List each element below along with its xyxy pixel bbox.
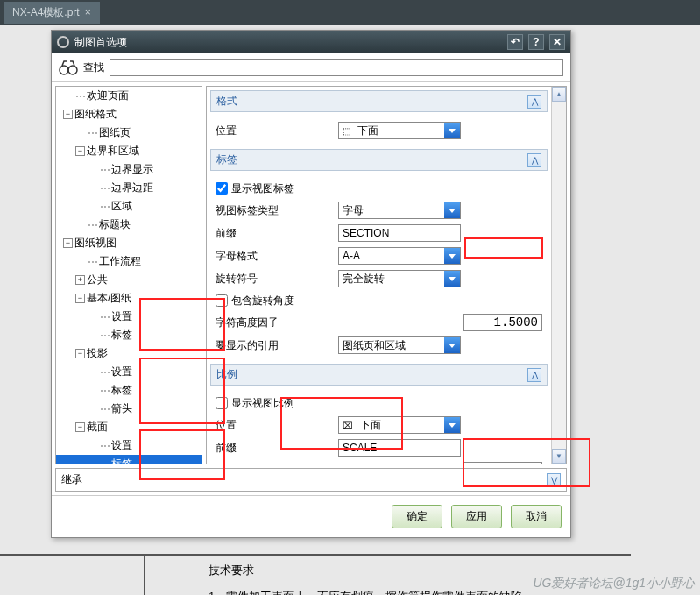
- apply-button[interactable]: 应用: [451, 505, 502, 528]
- scale-prefix-input[interactable]: [338, 439, 461, 457]
- cancel-button[interactable]: 取消: [511, 505, 562, 528]
- expand-icon[interactable]: ⋁: [547, 473, 561, 487]
- drawing-border: [0, 554, 631, 556]
- char-height-factor-label: 字符高度因子: [216, 315, 331, 330]
- preferences-dialog: 制图首选项 ↶ ? ✕ 查找 ⋯欢迎页面 −图纸格式 ⋯图纸页 −边界和区域 ⋯…: [51, 30, 571, 538]
- collapse-icon[interactable]: ⋀: [527, 95, 541, 109]
- search-label: 查找: [83, 60, 104, 75]
- tree-projection[interactable]: −投影: [56, 344, 202, 363]
- collapse-icon[interactable]: ⋀: [527, 368, 541, 382]
- show-view-label-checkbox[interactable]: [216, 182, 228, 195]
- svg-point-0: [60, 66, 68, 74]
- position-label: 位置: [216, 124, 331, 138]
- help-button[interactable]: ?: [528, 34, 544, 50]
- scale-section-header[interactable]: 比例 ⋀: [210, 364, 548, 386]
- view-label-type-label: 视图标签类型: [216, 203, 331, 218]
- watermark: UG爱好者论坛@1g1小小野心: [533, 576, 695, 591]
- undo-button[interactable]: ↶: [507, 34, 523, 50]
- scale-position-select[interactable]: ⌧下面: [338, 416, 461, 434]
- view-label-type-select[interactable]: 字母: [338, 202, 461, 219]
- tree-basic-label[interactable]: ⋯标签: [56, 326, 202, 344]
- include-rotate-angle-check[interactable]: 包含旋转角度: [216, 290, 542, 311]
- search-row: 查找: [52, 53, 570, 82]
- ref-to-show-label: 要显示的引用: [216, 338, 331, 353]
- tree-paper-view[interactable]: −图纸视图: [56, 234, 202, 252]
- tree-proj-arrow[interactable]: ⋯箭头: [56, 400, 202, 418]
- dialog-buttons: 确定 应用 取消: [52, 495, 570, 537]
- tree-border-display[interactable]: ⋯边界显示: [56, 160, 202, 179]
- rotate-symbol-select[interactable]: 完全旋转: [338, 270, 461, 287]
- scale-prefix-height-input[interactable]: [463, 462, 542, 464]
- format-section-header[interactable]: 格式 ⋀: [210, 90, 548, 112]
- scale-position-label: 位置: [216, 418, 331, 433]
- tree-workflow[interactable]: ⋯工作流程: [56, 252, 202, 271]
- tree-section[interactable]: −截面: [56, 418, 202, 436]
- char-height-factor-input[interactable]: [463, 314, 542, 331]
- tech-req-line1: 1、零件加工表面上，不应有划痕、擦伤等损伤零件表面的缺陷。: [209, 589, 534, 595]
- label-section-header[interactable]: 标签 ⋀: [210, 149, 548, 171]
- tree-proj-settings[interactable]: ⋯设置: [56, 363, 202, 381]
- tree-section-label[interactable]: ⋯标签: [56, 455, 202, 464]
- content-scrollbar[interactable]: ▲ ▼: [551, 87, 566, 464]
- show-view-scale-check[interactable]: 显示视图比例: [216, 393, 542, 414]
- tab-close-icon[interactable]: ×: [85, 6, 91, 18]
- letter-format-select[interactable]: A-A: [338, 247, 461, 265]
- prefix-input[interactable]: [338, 224, 461, 242]
- tree-welcome[interactable]: ⋯欢迎页面: [56, 87, 202, 105]
- tree-border-area[interactable]: −边界和区域: [56, 142, 202, 160]
- scroll-down-icon[interactable]: ▼: [552, 449, 566, 464]
- tree-common[interactable]: +公共: [56, 271, 202, 289]
- binoculars-icon: [59, 60, 78, 75]
- ok-button[interactable]: 确定: [392, 505, 442, 528]
- tree-proj-label[interactable]: ⋯标签: [56, 381, 202, 400]
- scale-prefix-height-label: 前缀字符高度因子: [216, 464, 331, 464]
- letter-format-label: 字母格式: [216, 249, 331, 264]
- scroll-up-icon[interactable]: ▲: [552, 87, 566, 102]
- show-view-scale-checkbox[interactable]: [216, 397, 228, 409]
- svg-point-1: [68, 66, 77, 74]
- drawing-border-v: [144, 554, 145, 595]
- tree-title-block[interactable]: ⋯标题块: [56, 216, 202, 234]
- tree-section-settings[interactable]: ⋯设置: [56, 436, 202, 455]
- include-rotate-angle-checkbox[interactable]: [216, 294, 228, 307]
- chevron-down-icon: [444, 417, 460, 433]
- tree-paper-format[interactable]: −图纸格式: [56, 105, 202, 124]
- inherit-section[interactable]: 继承 ⋁: [55, 468, 567, 492]
- chevron-down-icon: [444, 271, 460, 287]
- work-area: 技术要求 1、零件加工表面上，不应有划痕、擦伤等损伤零件表面的缺陷。 2、去除毛…: [0, 25, 700, 595]
- tree-paper-page[interactable]: ⋯图纸页: [56, 124, 202, 142]
- tab-bar: NX-A4模板.prt ×: [0, 0, 700, 25]
- chevron-down-icon: [444, 123, 460, 138]
- dialog-title-text: 制图首选项: [74, 35, 127, 50]
- show-view-label-check[interactable]: 显示视图标签: [216, 178, 542, 199]
- ref-to-show-select[interactable]: 图纸页和区域: [338, 336, 461, 354]
- chevron-down-icon: [444, 202, 460, 218]
- gear-icon: [57, 36, 69, 48]
- tech-req-header: 技术要求: [209, 563, 254, 578]
- prefix-label: 前缀: [216, 226, 331, 241]
- chevron-down-icon: [444, 337, 460, 353]
- tree-area[interactable]: ⋯区域: [56, 197, 202, 216]
- tree-basic-paper[interactable]: −基本/图纸: [56, 289, 202, 308]
- nav-tree[interactable]: ⋯欢迎页面 −图纸格式 ⋯图纸页 −边界和区域 ⋯边界显示 ⋯边界边距 ⋯区域 …: [55, 86, 202, 464]
- scale-prefix-label: 前缀: [216, 441, 331, 456]
- tree-basic-settings[interactable]: ⋯设置: [56, 308, 202, 326]
- collapse-icon[interactable]: ⋀: [527, 153, 541, 167]
- search-input[interactable]: [110, 59, 563, 76]
- rotate-symbol-label: 旋转符号: [216, 272, 331, 287]
- chevron-down-icon: [444, 248, 460, 264]
- position-select[interactable]: ⬚下面: [338, 122, 461, 139]
- tree-border-margin[interactable]: ⋯边界边距: [56, 179, 202, 197]
- dialog-titlebar[interactable]: 制图首选项 ↶ ? ✕: [52, 31, 570, 53]
- content-panel: 格式 ⋀ 位置 ⬚下面 标签 ⋀: [206, 86, 567, 464]
- file-tab[interactable]: NX-A4模板.prt ×: [4, 2, 100, 24]
- tab-filename: NX-A4模板.prt: [12, 5, 80, 20]
- close-button[interactable]: ✕: [549, 34, 565, 50]
